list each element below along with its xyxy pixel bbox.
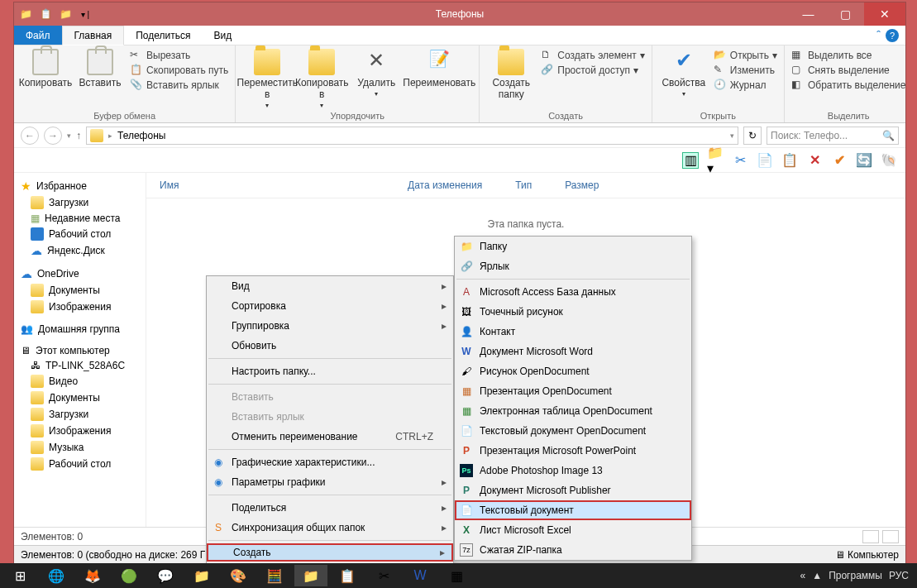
paste-icon[interactable]: 📋 [781, 152, 798, 169]
chevron-down-icon[interactable]: ▾ | [79, 7, 92, 21]
new-txt[interactable]: 📄Текстовый документ [455, 500, 691, 520]
copy-icon[interactable]: 📄 [757, 152, 773, 169]
task-notepad[interactable]: 📋 [331, 565, 364, 586]
task-explorer[interactable]: 📁 [185, 565, 218, 586]
nav-item-pictures[interactable]: Изображения [14, 299, 146, 315]
breadcrumb[interactable]: ▸ Телефоны ▾ [86, 127, 738, 145]
ctx-undo[interactable]: Отменить переименованиеCTRL+Z [207, 427, 453, 447]
new-shortcut[interactable]: 🔗Ярлык [455, 256, 691, 276]
new-pub[interactable]: PДокумент Microsoft Publisher [455, 480, 691, 500]
taskbar[interactable]: ⊞ 🌐 🦊 🟢 💬 📁 🎨 🧮 📁 📋 ✂ W ▦ « ▲ Программы … [0, 563, 917, 588]
ctx-sort[interactable]: Сортировка▸ [207, 296, 453, 316]
nav-item-documents[interactable]: Документы [14, 282, 146, 299]
new-psd[interactable]: PsAdobe Photoshop Image 13 [455, 461, 691, 480]
task-app[interactable]: ▦ [440, 565, 473, 586]
close-button[interactable]: ✕ [864, 2, 905, 26]
col-name[interactable]: Имя [160, 179, 375, 191]
nav-homegroup[interactable]: 👥Домашняя группа [14, 322, 146, 337]
move-to-button[interactable]: Переместить в▾ [242, 49, 292, 109]
forward-button[interactable]: → [44, 127, 62, 145]
easy-access-button[interactable]: 🔗Простой доступ ▾ [541, 64, 645, 77]
sync-icon[interactable]: 🔄 [856, 152, 872, 169]
new-odg[interactable]: 🖌Рисунок OpenDocument [455, 361, 691, 381]
ctx-group[interactable]: Группировка▸ [207, 316, 453, 336]
refresh-button[interactable]: ↻ [743, 127, 762, 145]
ctx-share[interactable]: Поделиться▸ [207, 498, 453, 518]
ctx-new[interactable]: Создать▸ [207, 543, 453, 562]
task-folder[interactable]: 📁 [294, 565, 327, 586]
new-contact[interactable]: 👤Контакт [455, 322, 691, 342]
delete-button[interactable]: ✕Удалить▾ [351, 49, 401, 98]
recent-button[interactable]: ▾ [67, 131, 71, 140]
tray-expand[interactable]: « [800, 570, 806, 581]
main-tab[interactable]: Главная [62, 26, 125, 45]
task-skype[interactable]: 💬 [149, 565, 182, 586]
file-tab[interactable]: Файл [14, 26, 62, 45]
new-zip[interactable]: 7zСжатая ZIP-папка [455, 540, 691, 560]
task-ie[interactable]: 🌐 [40, 565, 73, 586]
new-word[interactable]: WДокумент Microsoft Word [455, 342, 691, 361]
history-button[interactable]: 🕘Журнал [714, 79, 777, 92]
chevron-down-icon[interactable]: ▾ [730, 131, 734, 140]
paste-shortcut-button[interactable]: 📎Вставить ярлык [130, 79, 228, 92]
clover-folder-icon[interactable]: 📁▾ [707, 152, 724, 169]
new-access[interactable]: AMicrosoft Access База данных [455, 282, 691, 302]
new-bmp[interactable]: 🖼Точечный рисунок [455, 302, 691, 322]
paste-button[interactable]: Вставить [75, 49, 125, 88]
new-odp[interactable]: ▦Презентация OpenDocument [455, 381, 691, 401]
help-icon[interactable]: ? [886, 29, 899, 42]
cut-button[interactable]: ✂Вырезать [130, 49, 228, 62]
copy-path-button[interactable]: 📋Скопировать путь [130, 64, 228, 77]
select-all-button[interactable]: ▦Выделить все [791, 49, 906, 62]
delete-icon[interactable]: ✕ [806, 152, 823, 169]
new-ods[interactable]: ▦Электронная таблица OpenDocument [455, 401, 691, 421]
task-calc[interactable]: 🧮 [258, 565, 291, 586]
tray-icon[interactable]: ▲ [812, 570, 822, 581]
task-snip[interactable]: ✂ [367, 565, 400, 586]
ctx-gfx-opts[interactable]: ◉Параметры графики▸ [207, 472, 453, 492]
new-folder-button[interactable]: Создать папку [486, 49, 536, 100]
minimize-button[interactable]: — [790, 2, 827, 26]
col-date[interactable]: Дата изменения [408, 179, 482, 191]
task-paint[interactable]: 🎨 [222, 565, 255, 586]
ctx-refresh[interactable]: Обновить [207, 336, 453, 356]
context-submenu-new[interactable]: 📁Папку 🔗Ярлык AMicrosoft Access База дан… [454, 236, 692, 561]
open-button[interactable]: 📂Открыть ▾ [714, 49, 777, 62]
task-chrome[interactable]: 🟢 [112, 565, 146, 586]
new-odt[interactable]: 📄Текстовый документ OpenDocument [455, 421, 691, 441]
nav-item-desktop[interactable]: Рабочий стол [14, 226, 146, 242]
task-firefox[interactable]: 🦊 [76, 565, 109, 586]
titlebar[interactable]: 📁 📋 📁 ▾ | Телефоны — ▢ ✕ [14, 2, 905, 26]
ctx-sync[interactable]: SСинхронизация общих папок▸ [207, 518, 453, 538]
rename-button[interactable]: 📝Переименовать [406, 49, 472, 88]
nav-pane[interactable]: ★Избранное Загрузки ▦Недавние места Рабо… [14, 173, 146, 527]
app-icon[interactable]: 🐚 [881, 152, 897, 169]
nav-item-recent[interactable]: ▦Недавние места [14, 211, 146, 226]
new-ppt[interactable]: PПрезентация Microsoft PowerPoint [455, 441, 691, 461]
copy-to-button[interactable]: Копировать в▾ [297, 49, 346, 109]
view-tab[interactable]: Вид [202, 26, 243, 45]
share-tab[interactable]: Поделиться [124, 26, 202, 45]
collapse-ribbon-icon[interactable]: ˆ [876, 29, 881, 42]
start-button[interactable]: ⊞ [3, 565, 36, 586]
nav-thispc[interactable]: 🖥Этот компьютер [14, 343, 146, 358]
breadcrumb-segment[interactable]: Телефоны [117, 130, 165, 141]
up-button[interactable]: ↑ [76, 130, 81, 141]
ctx-view[interactable]: Вид▸ [207, 276, 453, 296]
ctx-customize[interactable]: Настроить папку... [207, 361, 453, 381]
nav-item-dl[interactable]: Загрузки [14, 406, 146, 423]
nav-item-docs[interactable]: Документы [14, 390, 146, 406]
details-view-button[interactable] [862, 530, 879, 543]
properties-button[interactable]: ✔Свойства▾ [659, 49, 709, 98]
task-word[interactable]: W [404, 565, 437, 586]
context-menu[interactable]: Вид▸ Сортировка▸ Группировка▸ Обновить Н… [206, 275, 454, 588]
props-icon[interactable]: 📋 [39, 7, 52, 21]
col-type[interactable]: Тип [515, 179, 532, 191]
nav-onedrive[interactable]: ☁OneDrive [14, 265, 146, 282]
column-headers[interactable]: Имя Дата изменения Тип Размер [146, 173, 905, 198]
scissors-icon[interactable]: ✂ [732, 152, 748, 169]
new-folder[interactable]: 📁Папку [455, 237, 691, 256]
invert-selection-button[interactable]: ◧Обратить выделение [791, 79, 906, 92]
check-icon[interactable]: ✔ [831, 152, 848, 169]
nav-item-network[interactable]: 🖧TP-LINK_528A6C [14, 358, 146, 373]
